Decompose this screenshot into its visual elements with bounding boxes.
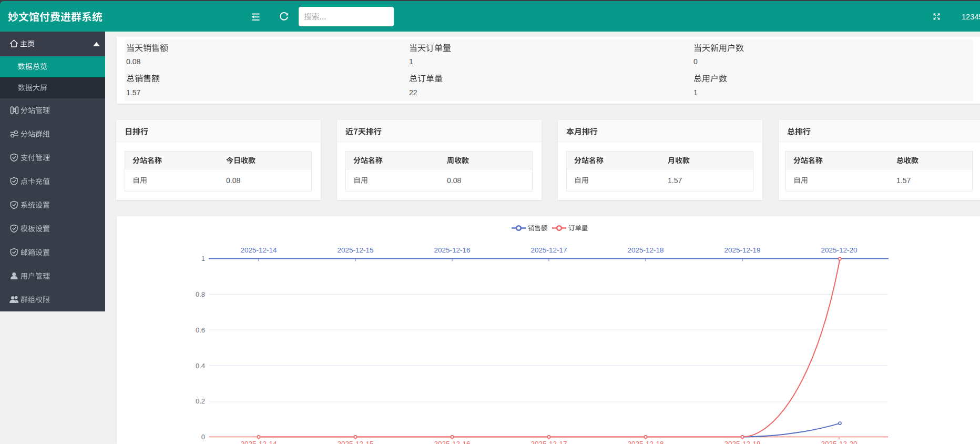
- svg-text:22: 22: [409, 88, 417, 97]
- svg-text:2025-12-19: 2025-12-19: [724, 246, 760, 254]
- svg-text:0.6: 0.6: [196, 326, 205, 334]
- svg-text:2025-12-14: 2025-12-14: [240, 246, 277, 254]
- svg-text:0.08: 0.08: [126, 57, 140, 66]
- svg-text:0.2: 0.2: [196, 397, 205, 405]
- svg-text:2025-12-16: 2025-12-16: [434, 246, 470, 254]
- svg-text:123456: 123456: [962, 13, 980, 21]
- svg-text:0.4: 0.4: [196, 362, 205, 370]
- svg-text:2025-12-17: 2025-12-17: [530, 246, 567, 254]
- svg-text:2025-12-19: 2025-12-19: [724, 440, 760, 444]
- svg-text:0.08: 0.08: [226, 176, 240, 185]
- svg-text:0: 0: [201, 433, 205, 441]
- svg-text:1.57: 1.57: [126, 88, 140, 97]
- svg-text:1.57: 1.57: [896, 176, 911, 185]
- svg-text:2025-12-18: 2025-12-18: [627, 246, 663, 254]
- svg-text:0: 0: [693, 57, 698, 66]
- svg-text:2025-12-14: 2025-12-14: [240, 440, 277, 444]
- svg-text:2025-12-20: 2025-12-20: [821, 440, 857, 444]
- svg-text:0.08: 0.08: [447, 176, 461, 185]
- svg-text:1.57: 1.57: [668, 176, 682, 185]
- svg-text:2025-12-15: 2025-12-15: [337, 440, 373, 444]
- svg-text:1: 1: [201, 255, 205, 263]
- svg-text:2025-12-15: 2025-12-15: [337, 246, 373, 254]
- svg-text:0.8: 0.8: [196, 290, 205, 298]
- svg-text:2025-12-17: 2025-12-17: [530, 440, 567, 444]
- svg-text:2025-12-16: 2025-12-16: [434, 440, 470, 444]
- svg-text:1: 1: [409, 57, 413, 66]
- svg-text:2025-12-18: 2025-12-18: [627, 440, 663, 444]
- svg-text:2025-12-20: 2025-12-20: [821, 246, 857, 254]
- svg-text:1: 1: [693, 88, 698, 97]
